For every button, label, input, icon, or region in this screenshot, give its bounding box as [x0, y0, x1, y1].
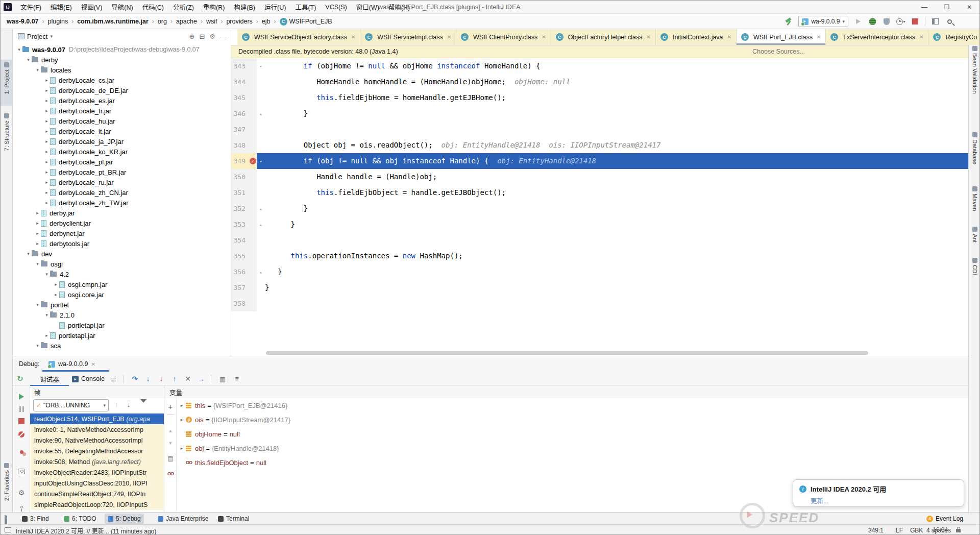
tree-chevron-icon[interactable]: ▾	[43, 312, 50, 318]
menu-item[interactable]: 分析(Z)	[168, 1, 199, 14]
line-number[interactable]: 350	[231, 169, 249, 185]
code-text[interactable]: }	[265, 201, 968, 216]
code-text[interactable]: Object obj = ois.readObject(); obj: Enti…	[265, 137, 968, 153]
line-number[interactable]: 351	[231, 185, 249, 201]
line-number[interactable]: 348	[231, 137, 249, 153]
tree-chevron-icon[interactable]: ▾	[43, 272, 50, 277]
hide-panel-icon[interactable]: —	[220, 33, 227, 40]
tree-row[interactable]: ▸derbyLocale_de_DE.jar	[13, 85, 231, 95]
sidebar-item-maven[interactable]: Maven	[969, 184, 980, 219]
drop-frame-icon[interactable]: ✕	[182, 372, 193, 386]
tab-close-icon[interactable]: ✕	[919, 34, 923, 40]
line-number[interactable]: 353	[231, 216, 249, 232]
line-number[interactable]: 346	[231, 106, 249, 121]
tree-chevron-icon[interactable]: ▸	[34, 241, 41, 246]
close-button[interactable]: ✕	[958, 1, 980, 14]
stack-frame-row[interactable]: invoke0:-1, NativeMethodAccessorImp	[30, 424, 164, 435]
tree-chevron-icon[interactable]: ▸	[43, 129, 50, 134]
code-line[interactable]: 354	[231, 232, 968, 248]
line-number[interactable]: 347	[231, 121, 249, 137]
readonly-lock-icon[interactable]	[956, 525, 961, 535]
tree-chevron-icon[interactable]: ▾	[16, 47, 22, 52]
debug-button[interactable]	[868, 17, 877, 26]
line-number[interactable]: 357	[231, 280, 249, 296]
tree-row[interactable]: ▾osgi	[13, 259, 231, 269]
code-line[interactable]: 350 Handle handle = (Handle)obj;	[231, 169, 968, 185]
code-text[interactable]	[265, 121, 968, 137]
breadcrumb-item[interactable]: org	[157, 18, 168, 25]
breadcrumb-item[interactable]: wsif	[205, 18, 218, 25]
get-thread-dump-icon[interactable]	[13, 466, 30, 477]
prev-occurrence-icon[interactable]: ▲	[164, 426, 177, 436]
code-line[interactable]: 343▾ if (objHome != null && objHome inst…	[231, 58, 968, 74]
tree-chevron-icon[interactable]: ▸	[53, 282, 59, 287]
menu-item[interactable]: 构建(B)	[229, 1, 260, 14]
stack-frame-row[interactable]: continueSimpleReadObject:749, IIOPIn	[30, 489, 164, 499]
prev-frame-icon[interactable]: ↑	[115, 401, 118, 408]
line-separator[interactable]: LF	[896, 525, 903, 535]
editor-tab-active[interactable]: CWSIFPort_EJB.class✕	[737, 29, 826, 45]
gutter-breakpoint-area[interactable]	[249, 296, 257, 311]
sidebar-item-ant[interactable]: Ant	[969, 224, 980, 250]
choose-sources-link[interactable]: Choose Sources...	[752, 48, 805, 55]
breadcrumb-item[interactable]: plugins	[47, 18, 69, 25]
tree-row[interactable]: ▾locales	[13, 65, 231, 75]
tab-console[interactable]: ▸Console	[72, 372, 108, 386]
code-text[interactable]: this.fieldEjbHome = homeHandle.getEJBHom…	[265, 90, 968, 106]
tree-row[interactable]: ▾was-9.0.07D:\projects\IdeaProject\was-d…	[13, 44, 231, 55]
code-text[interactable]: }	[265, 216, 968, 232]
gutter-breakpoint-area[interactable]	[249, 58, 257, 74]
code-line[interactable]: 358	[231, 296, 968, 311]
tree-row[interactable]: ▸osgi.cmpn.jar	[13, 279, 231, 289]
tab-close-icon[interactable]: ✕	[727, 34, 731, 40]
tree-row[interactable]: ▸derbyLocale_pt_BR.jar	[13, 167, 231, 177]
locate-file-icon[interactable]: ⊕	[189, 33, 195, 40]
tree-chevron-icon[interactable]: ▸	[43, 139, 50, 144]
gutter-breakpoint-area[interactable]	[249, 216, 257, 232]
run-to-cursor-icon[interactable]: →	[195, 372, 207, 386]
tree-chevron-icon[interactable]: ▸	[43, 190, 50, 195]
stack-frame-row[interactable]: readObject:514, WSIFPort_EJB (org.apa	[30, 414, 164, 424]
editor-tab[interactable]: CWSIFClientProxy.class✕	[456, 29, 551, 45]
tree-chevron-icon[interactable]: ▸	[43, 108, 50, 113]
step-into-icon[interactable]: ↓	[142, 372, 154, 386]
code-line[interactable]: 346▴ }	[231, 106, 968, 121]
tree-row[interactable]: ▸derbyLocale_zh_TW.jar	[13, 198, 231, 208]
tree-row[interactable]: ▸derbyclient.jar	[13, 218, 231, 228]
gutter-breakpoint-area[interactable]	[249, 248, 257, 264]
stack-frame-row[interactable]: invokeObjectReader:2483, IIOPInputStr	[30, 467, 164, 478]
debugger-settings-icon[interactable]: ⚙	[13, 487, 30, 498]
mute-breakpoints-icon[interactable]	[13, 429, 30, 440]
stop-button[interactable]	[911, 17, 920, 26]
status-message[interactable]: IntelliJ IDEA 2020.2 可用: // 更新... (11 mi…	[16, 525, 156, 535]
code-line[interactable]: 344 HomeHandle homeHandle = (HomeHandle)…	[231, 74, 968, 90]
editor-tab[interactable]: CInitialContext.java✕	[656, 29, 737, 45]
gutter-breakpoint-area[interactable]	[249, 185, 257, 201]
update-link[interactable]: 更新...	[811, 496, 958, 505]
sidebar-item-bean-validation[interactable]: Bean Validation	[969, 43, 980, 125]
evaluate-expression-icon[interactable]: ▦	[217, 372, 228, 386]
stack-frame-row[interactable]: invoke:55, DelegatingMethodAccessor	[30, 446, 164, 456]
tree-row[interactable]: ▸derbynet.jar	[13, 228, 231, 238]
breadcrumb-item[interactable]: apache	[175, 18, 198, 25]
step-out-icon[interactable]: ↑	[169, 372, 180, 386]
fold-marker-icon[interactable]: ▾	[257, 153, 265, 169]
profiler-button[interactable]: ▾	[896, 17, 905, 26]
build-hammer-icon[interactable]	[784, 17, 793, 26]
show-watches-icon[interactable]: OO	[164, 469, 177, 479]
tree-row[interactable]: ▸osgi.core.jar	[13, 289, 231, 300]
tree-chevron-icon[interactable]: ▸	[43, 88, 50, 93]
tree-chevron-icon[interactable]: ▾	[25, 251, 32, 256]
variable-row[interactable]: ▸obj={EntityHandle@21418}	[178, 441, 968, 455]
restore-layout-icon[interactable]: ▤	[164, 453, 177, 464]
tree-chevron-icon[interactable]: ▸	[43, 118, 50, 124]
menu-item[interactable]: 重构(R)	[199, 1, 229, 14]
menu-item[interactable]: 文件(F)	[16, 1, 46, 14]
tab-close-icon[interactable]: ✕	[542, 34, 546, 40]
code-text[interactable]: }	[265, 106, 968, 121]
code-text[interactable]: this.operationInstances = new HashMap();	[265, 248, 968, 264]
gutter-breakpoint-area[interactable]	[249, 169, 257, 185]
code-text[interactable]: if (obj != null && obj instanceof Handle…	[265, 153, 968, 169]
tree-row[interactable]: ▸derby.jar	[13, 208, 231, 218]
line-number[interactable]: 345	[231, 90, 249, 106]
